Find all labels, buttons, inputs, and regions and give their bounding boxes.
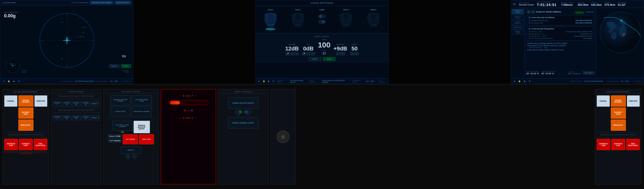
ground-plus-btn[interactable]: + (295, 52, 299, 55)
string2a-btn[interactable]: STRING 2A (62, 115, 71, 120)
abort-divider-1 (4, 132, 47, 133)
right-breakout-btn[interactable]: BREAKOUT (611, 119, 626, 131)
ground-mic-btn[interactable]: 🎤 (286, 52, 290, 55)
proc3-row: NLT Deorbit Burn – 30 min. Review Refere… (529, 35, 592, 37)
string2b-btn[interactable]: STRING 2B (72, 115, 81, 120)
enable-backup-entry-btn[interactable]: ENABLE BACKUP ENTRY (134, 121, 150, 133)
cabin-toggle-2 (318, 20, 326, 24)
reset-start-btns: RESET START (109, 64, 131, 68)
eject-slider[interactable] (168, 100, 209, 105)
execute-btn[interactable]: EXECUTE (34, 95, 48, 107)
right-depress-fire-btn[interactable]: DEPRESS FIRE (597, 139, 610, 150)
alerts-value: 50 (351, 46, 357, 51)
fire-pyro-btn[interactable]: FIRE PYRO (139, 134, 154, 144)
alerts-minus-btn[interactable]: − (350, 52, 354, 55)
svg-rect-31 (274, 14, 276, 22)
proc1: Deorbit Burn – 3 hrs. (529, 31, 542, 32)
jettison-nose-cone-btn[interactable]: JETTISON NOSE CONE (132, 95, 152, 105)
string1a-btn[interactable]: STRING 1A (62, 101, 71, 106)
seat-4-label: Seat 4 (371, 9, 376, 11)
string2c-btn[interactable]: STRING 2C (81, 115, 90, 120)
right-fire-response-btn[interactable]: FIRE RESPONSE (626, 139, 640, 150)
right-deorbit-now-btn[interactable]: DEORBIT NOW (611, 107, 626, 119)
settings-btn[interactable]: SETTINGS (583, 71, 594, 75)
prev-procedure-btn[interactable]: ◄ (527, 10, 530, 14)
supress-fire-btn[interactable]: SUPRESS FIRE (19, 139, 32, 150)
intercom-minus-btn[interactable]: − (336, 52, 340, 55)
aux-meter: AUX 0dB 🎤 − + (302, 44, 315, 55)
reboot-btn[interactable]: REBOOT (121, 146, 141, 154)
intercom-value: +9dB (334, 46, 347, 51)
use-only-btn[interactable]: USE ONLY AFTER LANDING (112, 121, 133, 131)
right-cancel-btn[interactable]: CANCEL (597, 95, 610, 107)
reset1-btn[interactable]: RESET 1 (91, 101, 100, 106)
audio-reset-btn[interactable]: RESET (309, 57, 321, 61)
enable-backup-entry-center-btn[interactable]: ENABLE BACKUP ENTRY (228, 97, 258, 109)
manual-chute-nav[interactable]: Manual Chute (512, 30, 524, 35)
reboot-icon-1[interactable]: ↺ (126, 154, 130, 159)
depress-fire-btn[interactable]: DEPRESS FIRE (4, 139, 18, 150)
alerts-plus-btn[interactable]: + (355, 52, 359, 55)
entry-btns: ENABLE BACKUP ENTRY ON OFF (220, 95, 267, 131)
toggle-1[interactable] (235, 110, 243, 114)
right-press-label: PRESS AND HOLD TO SELECT ITEMS FOR RESET (597, 134, 640, 136)
cancel-btn[interactable]: CANCEL (4, 95, 17, 107)
mains-only-btn[interactable]: MAINS ONLY (110, 106, 131, 116)
right-execute-btn[interactable]: EXECUTE (627, 95, 640, 107)
toggle-2[interactable] (244, 110, 252, 114)
aux-plus-btn[interactable]: + (311, 52, 315, 55)
enable-normal-entry-btn[interactable]: ENABLE NORMAL ENTRY (228, 117, 258, 129)
water-deorbit-btn[interactable]: WATER DEORBIT (18, 95, 33, 107)
flight-header: ACTIVE PHASE Deorbit Coast SPLASHDOWN TI… (511, 0, 644, 8)
string1b-btn[interactable]: STRING 1B (72, 101, 81, 106)
procedure-nav-item[interactable]: Procedure (512, 26, 524, 29)
commandeering-label: COMMANDEERING (4, 152, 47, 154)
perigee-value: 379.4km (605, 3, 615, 6)
left-state-value: Far Field Pointing Deorbit (75, 80, 94, 82)
reboot-icon-2[interactable]: ↺ (132, 154, 137, 159)
start-btn[interactable]: START (121, 64, 131, 68)
pyro-press-label: PRESS AND HOLD TO SELECT ITEMS FOR RESET (53, 95, 100, 97)
right-water-deorbit-btn[interactable]: WATER DEORBIT (611, 95, 626, 107)
svg-point-21 (78, 36, 79, 37)
power2-btn[interactable]: POWER 2 (53, 115, 62, 120)
coast-trunk-nav[interactable]: Coast to Trunk (512, 15, 524, 20)
toggle-1-label: ON (238, 114, 240, 116)
alert-activity-btn[interactable]: ALERT ACTIVITY (115, 1, 131, 4)
center-status-bar: ⊕ 🔒 ◉ ⚙ CURRENT STATE Far Field Pointing… (256, 78, 388, 84)
svg-point-34 (265, 28, 275, 30)
right-wifi-icon: ⊕ (513, 80, 516, 83)
entry-separate-nav[interactable]: Entry Separate (512, 20, 524, 25)
abort-bottom-row: DEPRESS FIRE SUPRESS FIRE FIRE RESPONSE (4, 139, 47, 150)
main-value: 100 (318, 41, 331, 49)
cut-mains-btn[interactable]: CUT MAINS (123, 134, 138, 144)
aux-mic-btn[interactable]: 🎤 (302, 52, 306, 55)
svg-point-58 (623, 34, 624, 35)
main-power-btn[interactable]: ⏻ (277, 131, 289, 143)
deorbit-trunk-nav[interactable]: Deorbit & Trunk (512, 9, 524, 14)
right-supress-fire-btn[interactable]: SUPRESS FIRE (611, 139, 625, 150)
drogues-mains-btn[interactable]: DROGUES & MAINS (132, 106, 152, 116)
reset2-btn[interactable]: RESET 2 (91, 115, 100, 120)
alerts-meter: ALERTS 50 − + (350, 44, 359, 55)
reset-btn[interactable]: RESET (109, 64, 119, 68)
audio-start-btn[interactable]: START (323, 57, 335, 61)
pitch-indicator-outer: 0.00° +30 -30 117km Atm. (39, 13, 95, 69)
seat-1-label: Seat 1 (268, 9, 273, 11)
ground-minus-btn[interactable]: − (290, 52, 294, 55)
menu-icon[interactable] (513, 3, 517, 6)
enable-backup-pyros-btn[interactable]: ENABLE BACKUP PYROS (110, 95, 131, 105)
intercom-plus-btn[interactable]: + (341, 52, 345, 55)
power1-btn[interactable]: POWER 1 (53, 101, 62, 106)
aux-value: 0dB (303, 46, 314, 51)
far-field-btn[interactable]: FAR FIELD POSITIONING (90, 1, 113, 4)
aux-minus-btn[interactable]: − (306, 52, 310, 55)
next-procedure-btn[interactable]: ► (531, 10, 535, 14)
right-lock-icon: 🔒 (518, 80, 521, 83)
condition-1-row: 30° sustained attitude error FAR FIELD P… (529, 19, 592, 22)
deorbit-now-btn[interactable]: DEORBIT NOW (18, 107, 33, 119)
accel-value: 0.00g (4, 13, 18, 19)
string1c-btn[interactable]: STRING 1C (81, 101, 90, 106)
breakout-btn[interactable]: BREAKOUT (18, 119, 33, 131)
fire-response-btn[interactable]: FIRE RESPONSE (34, 139, 47, 150)
